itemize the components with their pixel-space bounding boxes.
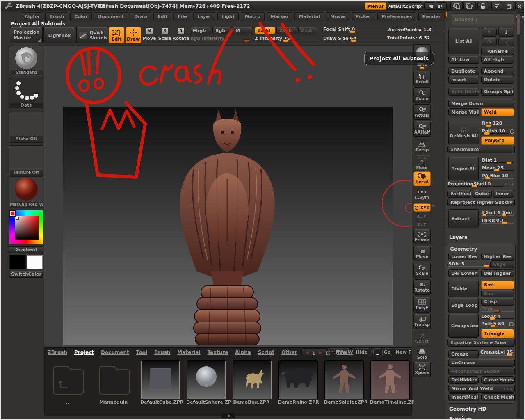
subtool-up-button[interactable]: ↑ — [482, 28, 497, 37]
zcut-button[interactable]: Zcut — [298, 27, 316, 34]
delete-button[interactable]: Delete — [481, 76, 514, 84]
strip-scale-button[interactable]: Scale — [413, 262, 431, 278]
equalize-button[interactable]: Equalize Surface Area — [447, 339, 515, 347]
move-button[interactable]: M Move — [142, 28, 156, 43]
tray-item-defaultcube[interactable] — [141, 361, 180, 399]
thick-slider[interactable]: Thick 0.1 — [481, 218, 514, 225]
menu-marker[interactable]: Marker — [267, 12, 293, 21]
rgb-button[interactable]: Rgb — [212, 27, 231, 34]
quick-sketch-button[interactable]: Quick Sketch — [76, 27, 108, 43]
outer-button[interactable]: Outer — [472, 190, 492, 198]
mirror-and-weld-button[interactable]: Mirror And Weld x y z — [448, 385, 515, 393]
menus-button[interactable]: Menus — [365, 2, 386, 10]
tray-tab-brush[interactable]: Brush — [154, 349, 170, 355]
default-zscript-button[interactable]: DefaultZScript — [388, 2, 422, 10]
merge-down-button[interactable]: Merge Down — [448, 100, 514, 107]
lightbox-button[interactable]: LightBox — [43, 27, 75, 43]
projection-master-button[interactable]: Projection Master — [10, 27, 43, 43]
strip-lsym-button[interactable]: L.Sym — [413, 187, 431, 202]
tray-tab-script[interactable]: Script — [258, 349, 274, 355]
tray-item-up-folder[interactable] — [49, 361, 88, 399]
m-button[interactable]: M — [233, 27, 253, 34]
menu-layer[interactable]: Layer — [193, 12, 215, 21]
zsub-button[interactable]: Zsub — [276, 27, 297, 34]
panel-scrollbar[interactable] — [517, 12, 520, 418]
groupsloops-button[interactable]: GroupsLoops — [448, 314, 479, 338]
rotate-button[interactable]: R Rotate — [173, 28, 188, 43]
geometry-hd-section-header[interactable]: Geometry HD — [449, 406, 486, 412]
mrgb-button[interactable]: Mrgb — [190, 27, 211, 34]
polygrp-button[interactable]: PolyGrp — [481, 136, 514, 145]
strip-actual-button[interactable]: x1 Actual — [413, 104, 431, 120]
polish50-slider[interactable]: Polish 50 — [481, 321, 508, 328]
extract-button[interactable]: Extract — [448, 209, 479, 228]
menu-movie[interactable]: Movie — [326, 12, 349, 21]
menu-render[interactable]: Render — [418, 12, 445, 21]
tray-tab-other[interactable]: Other — [281, 349, 297, 355]
list-all-button[interactable]: List All — [448, 28, 479, 54]
uncrease-button[interactable]: UnCrease — [448, 359, 515, 367]
reconstruct-subdiv-button[interactable]: Reconstruct Subdiv — [448, 368, 515, 375]
strip-ghost-button[interactable]: Ghost — [413, 331, 431, 346]
insert-button[interactable]: Insert — [448, 76, 479, 84]
crease-button[interactable]: Crease — [448, 350, 479, 358]
dist-slider[interactable]: Dist 1 — [482, 158, 514, 164]
strip-zoom-button[interactable]: Zoom — [413, 87, 431, 103]
inner-button[interactable]: Inner — [493, 190, 514, 198]
menu-edit[interactable]: Edit — [153, 12, 171, 21]
switch-color-button[interactable]: SwitchColor — [9, 271, 43, 278]
menu-picker[interactable]: Picker — [352, 12, 375, 21]
divide-button[interactable]: Divide — [448, 281, 479, 297]
strip-polyf-button[interactable]: PolyF — [413, 297, 431, 313]
strip-persp-button[interactable]: Persp — [413, 139, 431, 154]
tray-tab-project[interactable]: Project — [74, 349, 94, 355]
menu-draw[interactable]: Draw — [130, 12, 151, 21]
rename-button[interactable]: Rename — [481, 48, 514, 55]
insertmesh-button[interactable]: InsertMesh — [448, 393, 479, 401]
smt-button[interactable]: Smt — [481, 281, 514, 289]
strip-xpose-button[interactable]: Xpose — [413, 362, 431, 377]
menu-alpha[interactable]: Alpha — [21, 12, 43, 21]
subtool-down-button[interactable]: ↓ — [498, 28, 514, 37]
edge-loop-button[interactable]: Edge Loop — [448, 298, 479, 313]
subtool-item-unused[interactable]: Unused 7 — [452, 13, 514, 25]
creaselvl-slider[interactable]: CreaseLvl 15 — [480, 349, 514, 357]
tray-item-demosoldier[interactable] — [325, 361, 363, 399]
groups-split-button[interactable]: Groups Split — [481, 88, 514, 96]
tray-tab-document[interactable]: Document — [101, 349, 129, 355]
all-low-button[interactable]: All Low — [448, 56, 479, 64]
strip-scroll-button[interactable]: Scroll — [413, 71, 431, 86]
higher-res-button[interactable]: Higher Res — [481, 253, 514, 260]
gradient-button[interactable]: Gradient — [9, 246, 43, 253]
weld-button[interactable]: Weld — [481, 108, 514, 116]
preview-section-header[interactable]: Preview — [449, 416, 471, 420]
menu-brush[interactable]: Brush — [45, 12, 68, 21]
close-holes-button[interactable]: Close Holes — [481, 376, 515, 384]
panel-scrollbar-thumb[interactable] — [517, 14, 520, 35]
menu-macro[interactable]: Macro — [241, 12, 265, 21]
panel-splitter-handle[interactable]: ◂▸ — [431, 203, 434, 208]
strip-rotate-z-button[interactable]: Z — [413, 221, 431, 228]
strip-solo-button[interactable]: Solo — [413, 346, 431, 362]
tray-item-demodog[interactable] — [233, 361, 272, 399]
farthest-button[interactable]: Farthest — [447, 190, 471, 198]
edit-button[interactable]: Edit — [109, 27, 124, 43]
s-smt-slider[interactable]: S Smt — [498, 210, 514, 217]
strip-move-button[interactable]: Move — [413, 246, 431, 261]
tray-item-mannequin-folder[interactable] — [95, 361, 134, 399]
e-smt-slider[interactable]: E Smt — [481, 210, 497, 217]
next-document-button[interactable] — [463, 2, 476, 10]
strip-xyz-button[interactable]: XYZ — [413, 203, 431, 212]
cage-button[interactable]: Cage — [490, 260, 514, 268]
polish50-mode-toggle[interactable] — [509, 322, 514, 326]
del-lower-button[interactable]: Del Lower — [448, 269, 479, 277]
res-slider[interactable]: Res 128 — [482, 121, 514, 128]
subtool-redo-button[interactable]: ↷ — [482, 38, 497, 46]
tray-tab-material[interactable]: Material — [177, 349, 200, 355]
strip-aahalf-button[interactable]: AAHalf — [413, 121, 431, 137]
mean-slider[interactable]: Mean 25 — [482, 165, 514, 172]
color-picker[interactable] — [9, 210, 43, 244]
tray-go-button[interactable]: Go — [382, 348, 392, 356]
scale-button[interactable]: S Scale — [158, 28, 172, 43]
canvas-deadspace[interactable] — [44, 45, 412, 347]
